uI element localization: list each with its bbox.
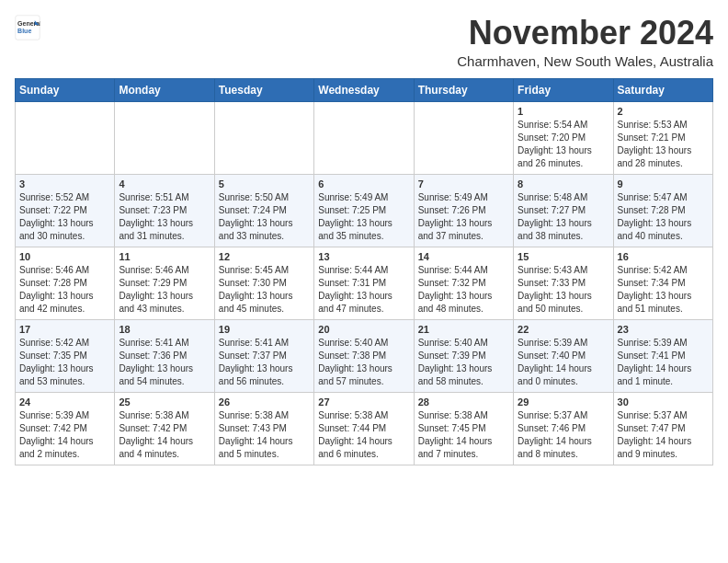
logo: General Blue bbox=[15, 15, 40, 40]
calendar-cell bbox=[314, 101, 414, 174]
day-info: Sunrise: 5:54 AMSunset: 7:20 PMDaylight:… bbox=[518, 119, 609, 170]
day-number: 18 bbox=[119, 324, 210, 335]
col-header-friday: Friday bbox=[514, 78, 613, 101]
calendar-cell: 1Sunrise: 5:54 AMSunset: 7:20 PMDaylight… bbox=[514, 101, 613, 174]
calendar-cell: 18Sunrise: 5:41 AMSunset: 7:36 PMDayligh… bbox=[115, 319, 214, 392]
day-number: 22 bbox=[518, 324, 609, 335]
calendar-cell: 22Sunrise: 5:39 AMSunset: 7:40 PMDayligh… bbox=[514, 319, 613, 392]
day-number: 9 bbox=[618, 178, 709, 190]
day-number: 1 bbox=[518, 106, 609, 117]
day-number: 17 bbox=[19, 324, 110, 335]
day-number: 5 bbox=[219, 178, 310, 190]
day-info: Sunrise: 5:44 AMSunset: 7:32 PMDaylight:… bbox=[418, 264, 509, 316]
col-header-thursday: Thursday bbox=[414, 78, 513, 101]
calendar-cell: 10Sunrise: 5:46 AMSunset: 7:28 PMDayligh… bbox=[16, 247, 115, 319]
day-number: 30 bbox=[618, 396, 709, 408]
day-info: Sunrise: 5:42 AMSunset: 7:35 PMDaylight:… bbox=[19, 337, 110, 388]
week-row-4: 17Sunrise: 5:42 AMSunset: 7:35 PMDayligh… bbox=[16, 319, 713, 392]
day-number: 10 bbox=[19, 251, 110, 262]
day-number: 26 bbox=[219, 396, 310, 408]
calendar-cell: 25Sunrise: 5:38 AMSunset: 7:42 PMDayligh… bbox=[115, 392, 214, 465]
day-number: 27 bbox=[318, 396, 409, 408]
day-number: 11 bbox=[119, 251, 210, 262]
day-number: 28 bbox=[418, 396, 509, 408]
day-info: Sunrise: 5:42 AMSunset: 7:34 PMDaylight:… bbox=[618, 264, 709, 316]
day-info: Sunrise: 5:37 AMSunset: 7:47 PMDaylight:… bbox=[618, 409, 709, 461]
calendar-cell: 12Sunrise: 5:45 AMSunset: 7:30 PMDayligh… bbox=[214, 247, 313, 319]
calendar-cell: 30Sunrise: 5:37 AMSunset: 7:47 PMDayligh… bbox=[613, 392, 712, 465]
day-number: 8 bbox=[518, 178, 609, 190]
calendar-cell bbox=[214, 101, 313, 174]
day-number: 23 bbox=[618, 324, 709, 335]
day-info: Sunrise: 5:48 AMSunset: 7:27 PMDaylight:… bbox=[518, 191, 609, 243]
calendar-cell: 3Sunrise: 5:52 AMSunset: 7:22 PMDaylight… bbox=[16, 174, 115, 247]
week-row-3: 10Sunrise: 5:46 AMSunset: 7:28 PMDayligh… bbox=[16, 247, 713, 319]
calendar-cell: 19Sunrise: 5:41 AMSunset: 7:37 PMDayligh… bbox=[214, 319, 313, 392]
calendar-cell: 20Sunrise: 5:40 AMSunset: 7:38 PMDayligh… bbox=[314, 319, 414, 392]
day-number: 4 bbox=[119, 178, 210, 190]
calendar-cell: 21Sunrise: 5:40 AMSunset: 7:39 PMDayligh… bbox=[414, 319, 513, 392]
day-number: 15 bbox=[518, 251, 609, 262]
day-info: Sunrise: 5:50 AMSunset: 7:24 PMDaylight:… bbox=[219, 191, 310, 243]
day-info: Sunrise: 5:38 AMSunset: 7:43 PMDaylight:… bbox=[219, 409, 310, 461]
col-header-sunday: Sunday bbox=[16, 78, 115, 101]
day-number: 3 bbox=[19, 178, 110, 190]
day-info: Sunrise: 5:40 AMSunset: 7:38 PMDaylight:… bbox=[318, 337, 409, 388]
calendar-cell: 7Sunrise: 5:49 AMSunset: 7:26 PMDaylight… bbox=[414, 174, 513, 247]
calendar-table: SundayMondayTuesdayWednesdayThursdayFrid… bbox=[15, 78, 713, 465]
title-section: November 2024 Charmhaven, New South Wale… bbox=[457, 15, 713, 69]
day-info: Sunrise: 5:44 AMSunset: 7:31 PMDaylight:… bbox=[318, 264, 409, 316]
day-info: Sunrise: 5:45 AMSunset: 7:30 PMDaylight:… bbox=[219, 264, 310, 316]
day-info: Sunrise: 5:37 AMSunset: 7:46 PMDaylight:… bbox=[518, 409, 609, 461]
day-info: Sunrise: 5:49 AMSunset: 7:26 PMDaylight:… bbox=[418, 191, 509, 243]
day-info: Sunrise: 5:51 AMSunset: 7:23 PMDaylight:… bbox=[119, 191, 210, 243]
month-title: November 2024 bbox=[457, 15, 713, 52]
day-number: 24 bbox=[19, 396, 110, 408]
logo-icon: General Blue bbox=[15, 15, 40, 40]
calendar-cell: 16Sunrise: 5:42 AMSunset: 7:34 PMDayligh… bbox=[613, 247, 712, 319]
day-info: Sunrise: 5:47 AMSunset: 7:28 PMDaylight:… bbox=[618, 191, 709, 243]
calendar-cell: 27Sunrise: 5:38 AMSunset: 7:44 PMDayligh… bbox=[314, 392, 414, 465]
calendar-cell bbox=[115, 101, 214, 174]
calendar-cell: 2Sunrise: 5:53 AMSunset: 7:21 PMDaylight… bbox=[613, 101, 712, 174]
calendar-cell: 11Sunrise: 5:46 AMSunset: 7:29 PMDayligh… bbox=[115, 247, 214, 319]
day-number: 29 bbox=[518, 396, 609, 408]
calendar-cell: 29Sunrise: 5:37 AMSunset: 7:46 PMDayligh… bbox=[514, 392, 613, 465]
calendar-cell: 5Sunrise: 5:50 AMSunset: 7:24 PMDaylight… bbox=[214, 174, 313, 247]
day-number: 20 bbox=[318, 324, 409, 335]
day-number: 12 bbox=[219, 251, 310, 262]
col-header-tuesday: Tuesday bbox=[214, 78, 313, 101]
col-header-monday: Monday bbox=[115, 78, 214, 101]
day-number: 13 bbox=[318, 251, 409, 262]
calendar-cell: 6Sunrise: 5:49 AMSunset: 7:25 PMDaylight… bbox=[314, 174, 414, 247]
col-header-wednesday: Wednesday bbox=[314, 78, 414, 101]
day-number: 19 bbox=[219, 324, 310, 335]
day-info: Sunrise: 5:41 AMSunset: 7:36 PMDaylight:… bbox=[119, 337, 210, 388]
day-number: 25 bbox=[119, 396, 210, 408]
day-info: Sunrise: 5:46 AMSunset: 7:29 PMDaylight:… bbox=[119, 264, 210, 316]
day-info: Sunrise: 5:46 AMSunset: 7:28 PMDaylight:… bbox=[19, 264, 110, 316]
week-row-1: 1Sunrise: 5:54 AMSunset: 7:20 PMDaylight… bbox=[16, 101, 713, 174]
day-info: Sunrise: 5:49 AMSunset: 7:25 PMDaylight:… bbox=[318, 191, 409, 243]
day-info: Sunrise: 5:53 AMSunset: 7:21 PMDaylight:… bbox=[618, 119, 709, 170]
subtitle: Charmhaven, New South Wales, Australia bbox=[457, 53, 713, 69]
day-info: Sunrise: 5:39 AMSunset: 7:40 PMDaylight:… bbox=[518, 337, 609, 388]
day-info: Sunrise: 5:38 AMSunset: 7:44 PMDaylight:… bbox=[318, 409, 409, 461]
week-row-2: 3Sunrise: 5:52 AMSunset: 7:22 PMDaylight… bbox=[16, 174, 713, 247]
calendar-cell: 14Sunrise: 5:44 AMSunset: 7:32 PMDayligh… bbox=[414, 247, 513, 319]
day-number: 16 bbox=[618, 251, 709, 262]
day-number: 14 bbox=[418, 251, 509, 262]
day-info: Sunrise: 5:38 AMSunset: 7:42 PMDaylight:… bbox=[119, 409, 210, 461]
calendar-cell: 9Sunrise: 5:47 AMSunset: 7:28 PMDaylight… bbox=[613, 174, 712, 247]
day-number: 2 bbox=[618, 106, 709, 117]
day-number: 6 bbox=[318, 178, 409, 190]
calendar-cell: 17Sunrise: 5:42 AMSunset: 7:35 PMDayligh… bbox=[16, 319, 115, 392]
calendar-cell: 24Sunrise: 5:39 AMSunset: 7:42 PMDayligh… bbox=[16, 392, 115, 465]
day-info: Sunrise: 5:39 AMSunset: 7:42 PMDaylight:… bbox=[19, 409, 110, 461]
svg-text:Blue: Blue bbox=[17, 28, 31, 34]
calendar-cell: 26Sunrise: 5:38 AMSunset: 7:43 PMDayligh… bbox=[214, 392, 313, 465]
col-header-saturday: Saturday bbox=[613, 78, 712, 101]
calendar-cell: 23Sunrise: 5:39 AMSunset: 7:41 PMDayligh… bbox=[613, 319, 712, 392]
calendar-header-row: SundayMondayTuesdayWednesdayThursdayFrid… bbox=[16, 78, 713, 101]
day-number: 7 bbox=[418, 178, 509, 190]
